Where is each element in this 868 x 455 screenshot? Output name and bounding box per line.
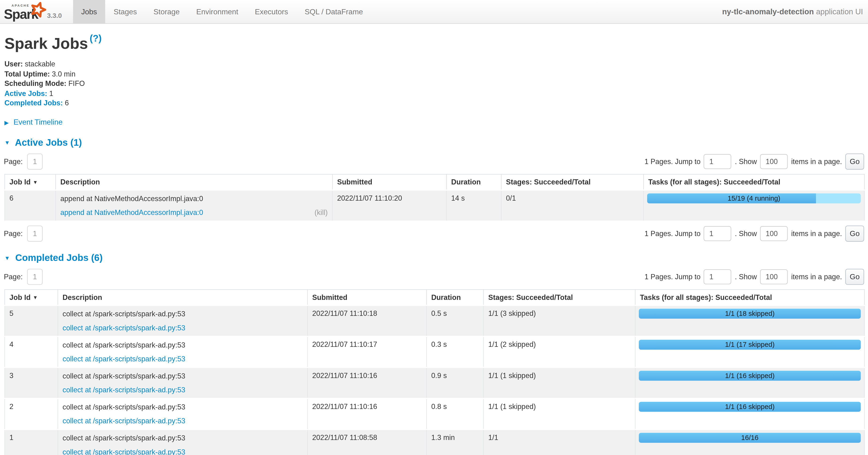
completed-jobs-header-row: Job Id▼ Description Submitted Duration S…: [5, 290, 865, 305]
stages-cell: 1/1: [484, 429, 635, 455]
completed-job-row: 3 collect at /spark-scripts/spark-ad.py:…: [5, 367, 865, 398]
items-per-page-input[interactable]: [760, 154, 788, 169]
duration-cell: 14 s: [446, 190, 501, 221]
jump-to-input[interactable]: [704, 269, 732, 284]
pages-text: 1 Pages. Jump to: [645, 273, 701, 281]
top-navbar: APACHE Spark 3.3.0 Jobs Stages Storage E…: [0, 0, 868, 24]
job-detail-link[interactable]: collect at /spark-scripts/spark-ad.py:53: [63, 416, 185, 426]
submitted-cell: 2022/11/07 11:10:16: [308, 367, 427, 398]
progress-label: 15/19 (4 running): [647, 193, 861, 203]
progress-label: 1/1 (16 skipped): [639, 402, 861, 412]
tasks-cell: 1/1 (16 skipped): [635, 367, 865, 398]
tab-executors[interactable]: Executors: [247, 0, 297, 23]
active-jobs-header-row: Job Id▼ Description Submitted Duration S…: [5, 174, 865, 190]
active-jobs-table: Job Id▼ Description Submitted Duration S…: [4, 174, 865, 221]
application-name: ny-tlc-anomaly-detection: [722, 7, 814, 16]
tasks-progress-bar: 1/1 (16 skipped): [639, 371, 861, 381]
summary-uptime: Total Uptime: 3.0 min: [4, 70, 864, 78]
tab-jobs[interactable]: Jobs: [73, 0, 105, 23]
stages-cell: 1/1 (3 skipped): [484, 305, 635, 336]
summary-completed-jobs-link[interactable]: Completed Jobs: 6: [4, 99, 864, 107]
progress-label: 1/1 (16 skipped): [639, 371, 861, 381]
tasks-cell: 1/1 (18 skipped): [635, 305, 865, 336]
col-description[interactable]: Description: [56, 174, 332, 190]
event-timeline-toggle[interactable]: ▶ Event Timeline: [4, 118, 864, 126]
job-detail-link[interactable]: collect at /spark-scripts/spark-ad.py:53: [63, 447, 185, 455]
col-duration[interactable]: Duration: [446, 174, 501, 190]
tab-sql-dataframe[interactable]: SQL / DataFrame: [296, 0, 371, 23]
go-button[interactable]: Go: [845, 269, 864, 285]
completed-jobs-pagination-top: Page: 1 1 Pages. Jump to . Show items in…: [4, 269, 864, 285]
active-jobs-header[interactable]: ▼ Active Jobs (1): [4, 138, 864, 148]
jump-to-input[interactable]: [704, 226, 732, 241]
job-id-cell: 6: [5, 190, 56, 221]
items-per-page-input[interactable]: [760, 269, 788, 284]
job-id-cell: 3: [5, 367, 58, 398]
job-id-cell: 5: [5, 305, 58, 336]
page-number-button[interactable]: 1: [27, 226, 43, 241]
application-title-suffix: application UI: [816, 7, 863, 16]
col-description[interactable]: Description: [58, 290, 308, 305]
tab-stages[interactable]: Stages: [105, 0, 145, 23]
kill-link[interactable]: (kill): [315, 208, 328, 217]
page-number-button[interactable]: 1: [27, 153, 43, 169]
duration-cell: 0.9 s: [427, 367, 484, 398]
jump-to-input[interactable]: [704, 154, 732, 169]
page-label: Page:: [4, 229, 23, 238]
sort-desc-icon: ▼: [33, 179, 38, 185]
job-id-cell: 4: [5, 336, 58, 367]
go-button[interactable]: Go: [845, 226, 864, 241]
col-tasks[interactable]: Tasks (for all stages): Succeeded/Total: [635, 290, 865, 305]
job-detail-link[interactable]: collect at /spark-scripts/spark-ad.py:53: [63, 323, 185, 333]
completed-jobs-header[interactable]: ▼ Completed Jobs (6): [4, 253, 864, 264]
tab-storage[interactable]: Storage: [145, 0, 188, 23]
summary-scheduling-mode: Scheduling Mode: FIFO: [4, 80, 864, 87]
col-duration[interactable]: Duration: [427, 290, 484, 305]
tab-environment[interactable]: Environment: [188, 0, 247, 23]
submitted-cell: 2022/11/07 11:10:18: [308, 305, 427, 336]
tasks-progress-bar: 16/16: [639, 433, 861, 443]
job-detail-link[interactable]: collect at /spark-scripts/spark-ad.py:53: [63, 354, 185, 364]
tasks-cell: 1/1 (17 skipped): [635, 336, 865, 367]
duration-cell: 0.5 s: [427, 305, 484, 336]
completed-job-row: 4 collect at /spark-scripts/spark-ad.py:…: [5, 336, 865, 367]
progress-label: 16/16: [639, 433, 861, 443]
col-stages[interactable]: Stages: Succeeded/Total: [501, 174, 644, 190]
duration-cell: 1.3 min: [427, 429, 484, 455]
job-detail-link[interactable]: collect at /spark-scripts/spark-ad.py:53: [63, 385, 185, 395]
pages-text: 1 Pages. Jump to: [645, 229, 701, 238]
description-cell: collect at /spark-scripts/spark-ad.py:53…: [58, 429, 308, 455]
items-per-page-input[interactable]: [760, 226, 788, 241]
submitted-cell: 2022/11/07 11:10:16: [308, 398, 427, 429]
col-submitted[interactable]: Submitted: [332, 174, 446, 190]
duration-cell: 0.8 s: [427, 398, 484, 429]
active-jobs-pagination-top: Page: 1 1 Pages. Jump to . Show items in…: [4, 153, 864, 169]
summary-active-jobs-link[interactable]: Active Jobs: 1: [4, 89, 864, 97]
job-detail-link[interactable]: append at NativeMethodAccessorImpl.java:…: [60, 208, 203, 217]
active-jobs-pagination-bottom: Page: 1 1 Pages. Jump to . Show items in…: [4, 226, 864, 241]
show-text: . Show: [735, 158, 757, 166]
description-cell: collect at /spark-scripts/spark-ad.py:53…: [58, 398, 308, 429]
page-number-button[interactable]: 1: [27, 269, 43, 285]
description-cell: collect at /spark-scripts/spark-ad.py:53…: [58, 367, 308, 398]
duration-cell: 0.3 s: [427, 336, 484, 367]
items-text: items in a page.: [791, 229, 842, 238]
page-label: Page:: [4, 273, 23, 281]
spark-ui-page: APACHE Spark 3.3.0 Jobs Stages Storage E…: [0, 0, 868, 455]
completed-jobs-table: Job Id▼ Description Submitted Duration S…: [4, 289, 865, 455]
col-submitted[interactable]: Submitted: [308, 290, 427, 305]
col-job-id[interactable]: Job Id▼: [5, 174, 56, 190]
col-tasks[interactable]: Tasks (for all stages): Succeeded/Total: [644, 174, 864, 190]
col-job-id[interactable]: Job Id▼: [5, 290, 58, 305]
go-button[interactable]: Go: [845, 153, 864, 169]
col-stages[interactable]: Stages: Succeeded/Total: [484, 290, 635, 305]
spark-star-icon: [29, 1, 47, 18]
items-text: items in a page.: [791, 158, 842, 166]
completed-job-row: 1 collect at /spark-scripts/spark-ad.py:…: [5, 429, 865, 455]
submitted-cell: 2022/11/07 11:10:17: [308, 336, 427, 367]
progress-label: 1/1 (18 skipped): [639, 309, 861, 319]
page-label: Page:: [4, 158, 23, 166]
sort-desc-icon: ▼: [33, 295, 38, 301]
help-link[interactable]: (?): [90, 33, 101, 44]
show-text: . Show: [735, 229, 757, 238]
